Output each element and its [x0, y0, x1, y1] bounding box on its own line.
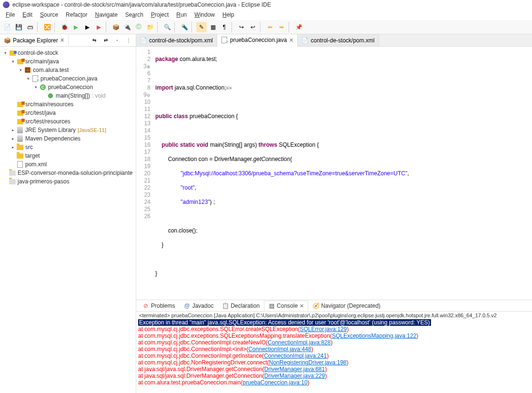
menu-bar: File Edit Source Refactor Navigate Searc…	[0, 10, 532, 20]
collapse-all-button[interactable]: ⇆	[89, 35, 100, 46]
tree-project[interactable]: java-primeros-pasos	[0, 177, 136, 186]
package-icon: 📦	[4, 37, 11, 44]
tab-console[interactable]: ▤Console✕	[264, 301, 308, 311]
bottom-panel: ⊘Problems @Javadoc 📋Declaration ▤Console…	[136, 300, 532, 393]
tab-problems[interactable]: ⊘Problems	[138, 301, 180, 311]
stack-trace-link[interactable]: DriverManager.java:229	[264, 373, 325, 379]
switch-editor-button[interactable]: 🔀	[42, 22, 52, 32]
tree-maven-deps[interactable]: ▸Maven Dependencies	[0, 134, 136, 143]
show-whitespace-button[interactable]: ¶	[219, 22, 230, 32]
java-icon	[221, 37, 228, 43]
tab-navigator[interactable]: 🧭Navigator (Deprecated)	[308, 301, 385, 311]
tree-package[interactable]: ▾com.alura.test	[0, 66, 136, 74]
tree-project[interactable]: ▾control-de-stock	[0, 49, 136, 57]
window-titlebar: eclipse-workspace - control-de-stock/src…	[0, 0, 532, 10]
problems-icon: ⊘	[142, 302, 149, 309]
package-explorer-title: Package Explorer	[13, 37, 58, 44]
pin-button[interactable]: 📌	[293, 22, 304, 32]
stack-trace-link[interactable]: ConnectionImpl.java:241	[264, 353, 327, 359]
search-button[interactable]: 🔦	[179, 22, 190, 32]
open-type-button[interactable]: 🔍	[162, 22, 172, 32]
link-editor-button[interactable]: ⇄	[100, 35, 111, 46]
toggle-mark-button[interactable]: ✎	[196, 22, 207, 32]
new-package-button[interactable]: 📁	[145, 22, 155, 32]
stack-trace-link[interactable]: ConnectionImpl.java:448	[248, 346, 311, 353]
new-java-button[interactable]: 📦	[110, 22, 121, 32]
prev-annotation-button[interactable]: ↩	[248, 22, 258, 32]
menu-file[interactable]: File	[2, 10, 19, 19]
package-explorer-tab[interactable]: 📦 Package Explorer ✕	[0, 35, 69, 46]
main-toolbar: 📄 💾 🗃 🔀 🐞 ▶ ▶ ▶ 📦 🔌 Ⓒ 📁 🔍 🔦 ✎ ▦ ¶ ↪ ↩ ⬅ …	[0, 20, 532, 34]
new-class-button[interactable]: Ⓒ	[133, 22, 144, 32]
debug-button[interactable]: 🐞	[59, 22, 70, 32]
code-editor[interactable]: 123⊕6789⊖1011121314151617181920212223242…	[136, 47, 532, 300]
xml-icon: 📄	[140, 37, 147, 44]
tree-java-file[interactable]: ▾pruebaConeccion.java	[0, 74, 136, 83]
tree-src-folder[interactable]: src/test/java	[0, 109, 136, 117]
stack-trace-link[interactable]: NonRegisteringDriver.java:198	[269, 359, 347, 366]
coverage-button[interactable]: ▶	[82, 22, 92, 32]
editor-tab-pom2[interactable]: 📄control-de-stock/pom.xml	[298, 34, 379, 46]
view-menu-button[interactable]: ⋮	[123, 35, 134, 46]
stack-trace-line: at com.mysql.cj.jdbc.NonRegisteringDrive…	[138, 359, 530, 366]
new-button[interactable]: 📄	[2, 22, 12, 32]
window-title: eclipse-workspace - control-de-stock/src…	[12, 1, 271, 8]
stack-trace-link[interactable]: SQLExceptionsMapping.java:122	[332, 333, 416, 339]
stack-trace-line: at com.mysql.cj.jdbc.ConnectionImpl.getI…	[138, 353, 530, 359]
stack-trace-line: at java.sql/java.sql.DriverManager.getCo…	[138, 373, 530, 379]
menu-help[interactable]: Help	[219, 10, 238, 19]
tree-pom[interactable]: pom.xml	[0, 160, 136, 169]
package-explorer-tabbar: 📦 Package Explorer ✕ ⇆ ⇄ ◦ ⋮	[0, 34, 136, 47]
stack-trace-line: at com.mysql.cj.jdbc.exceptions.SQLExcep…	[138, 333, 530, 339]
tree-jre[interactable]: ▸JRE System Library[JavaSE-11]	[0, 126, 136, 134]
save-all-button[interactable]: 🗃	[25, 22, 35, 32]
stack-trace-line: at com.mysql.cj.jdbc.exceptions.SQLError…	[138, 326, 530, 333]
console-icon: ▤	[268, 302, 275, 309]
filter-button[interactable]: ◦	[112, 35, 122, 46]
stack-trace-link[interactable]: pruebaConeccion.java:10	[242, 379, 307, 386]
package-explorer-tree[interactable]: ▾control-de-stock ▾src/main/java ▾com.al…	[0, 47, 136, 393]
close-icon[interactable]: ✕	[60, 37, 64, 43]
line-gutter: 123⊕6789⊖1011121314151617181920212223242…	[136, 47, 153, 300]
tree-folder[interactable]: target	[0, 151, 136, 160]
stack-trace-link[interactable]: SQLError.java:129	[300, 326, 347, 333]
stack-trace-link[interactable]: ConnectionImpl.java:828	[268, 339, 331, 346]
close-icon[interactable]: ✕	[300, 303, 304, 309]
stack-trace-link[interactable]: DriverManager.java:681	[264, 366, 325, 373]
tree-src-folder[interactable]: src/test/resources	[0, 117, 136, 126]
tree-project[interactable]: ESP-conversor-moneda-solucion-principian…	[0, 169, 136, 177]
tree-folder[interactable]: ▸src	[0, 143, 136, 151]
editor-tab-java[interactable]: pruebaConeccion.java✕	[217, 34, 298, 47]
code-content[interactable]: package com.alura.test; import java.sql.…	[153, 47, 532, 300]
run-last-button[interactable]: ▶	[93, 22, 104, 32]
console-output[interactable]: Exception in thread "main" java.sql.SQLE…	[136, 319, 532, 393]
back-button[interactable]: ⬅	[265, 22, 275, 32]
javadoc-icon: @	[184, 302, 191, 309]
tree-method[interactable]: main(String[]): void	[0, 91, 136, 100]
editor-tab-pom1[interactable]: 📄control-de-stock/pom.xml	[136, 34, 217, 46]
tree-src-folder[interactable]: ▾src/main/java	[0, 57, 136, 66]
tree-class[interactable]: ▾CpruebaConeccion	[0, 83, 136, 91]
menu-source[interactable]: Source	[36, 10, 62, 19]
package-explorer-view: 📦 Package Explorer ✕ ⇆ ⇄ ◦ ⋮ ▾control-de…	[0, 34, 136, 393]
menu-edit[interactable]: Edit	[19, 10, 36, 19]
editor-area: 📄control-de-stock/pom.xml pruebaConeccio…	[136, 34, 532, 393]
new-plugin-button[interactable]: 🔌	[122, 22, 132, 32]
menu-run[interactable]: Run	[172, 10, 191, 19]
menu-refactor[interactable]: Refactor	[62, 10, 91, 19]
forward-button[interactable]: ➡	[276, 22, 287, 32]
save-button[interactable]: 💾	[13, 22, 24, 32]
menu-project[interactable]: Project	[147, 10, 172, 19]
next-annotation-button[interactable]: ↪	[236, 22, 247, 32]
menu-window[interactable]: Window	[191, 10, 219, 19]
tree-src-folder[interactable]: src/main/resources	[0, 100, 136, 109]
tab-declaration[interactable]: 📋Declaration	[218, 301, 264, 311]
tab-javadoc[interactable]: @Javadoc	[180, 301, 218, 311]
console-header: <terminated> pruebaConeccion [Java Appli…	[136, 312, 532, 319]
menu-search[interactable]: Search	[121, 10, 147, 19]
close-icon[interactable]: ✕	[289, 37, 293, 43]
stack-trace-line: at com.alura.test.pruebaConeccion.main(p…	[138, 379, 530, 386]
menu-navigate[interactable]: Navigate	[91, 10, 121, 19]
run-button[interactable]: ▶	[70, 22, 81, 32]
toggle-block-button[interactable]: ▦	[208, 22, 218, 32]
